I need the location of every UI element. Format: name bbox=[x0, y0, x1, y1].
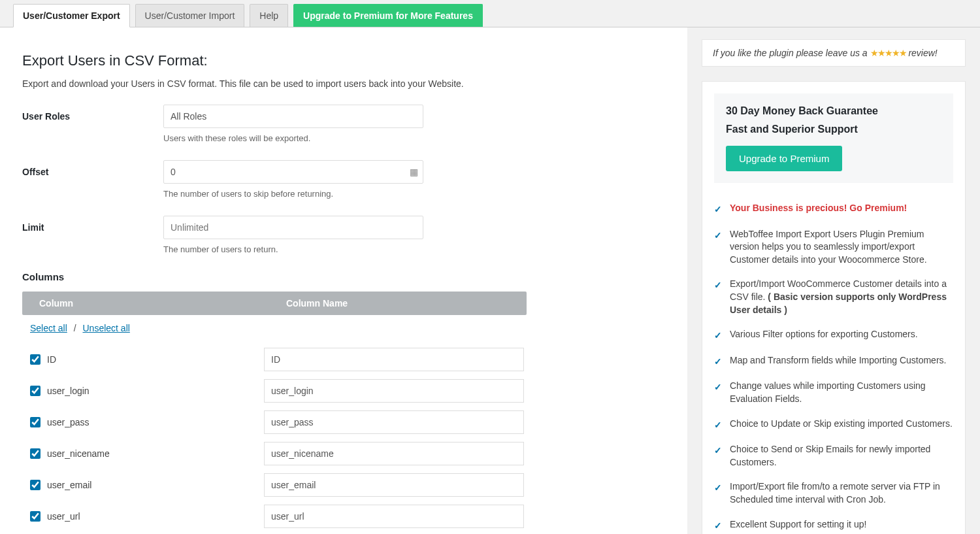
column-row: user_nicename bbox=[22, 438, 527, 469]
column-row: user_url bbox=[22, 501, 527, 532]
feature-text: Export/Import WooCommerce Customer detai… bbox=[730, 278, 953, 316]
main-content: Export Users in CSV Format: Export and d… bbox=[0, 27, 687, 534]
columns-header-column: Column bbox=[31, 298, 265, 309]
check-icon: ✓ bbox=[714, 356, 722, 369]
review-text-suffix: review! bbox=[906, 48, 938, 58]
support-text: Fast and Superior Support bbox=[726, 124, 941, 135]
check-icon: ✓ bbox=[714, 381, 722, 394]
separator: / bbox=[70, 323, 80, 333]
check-icon: ✓ bbox=[714, 520, 722, 533]
column-key: user_url bbox=[47, 511, 80, 522]
column-checkbox[interactable] bbox=[30, 354, 41, 365]
feature-item: ✓Choice to Update or Skip existing impor… bbox=[714, 412, 953, 438]
feature-text: Map and Transform fields while Importing… bbox=[730, 354, 946, 367]
tab-help[interactable]: Help bbox=[250, 4, 288, 27]
limit-label: Limit bbox=[22, 216, 163, 233]
check-icon: ✓ bbox=[714, 279, 722, 292]
feature-item: ✓Map and Transform fields while Importin… bbox=[714, 348, 953, 375]
feature-item: ✓Various Filter options for exporting Cu… bbox=[714, 322, 953, 348]
check-icon: ✓ bbox=[714, 203, 722, 216]
offset-input[interactable] bbox=[163, 160, 423, 184]
feature-text: Excellent Support for setting it up! bbox=[730, 518, 866, 531]
column-key: user_pass bbox=[47, 417, 90, 427]
column-checkbox[interactable] bbox=[30, 417, 41, 427]
column-row: user_email bbox=[22, 469, 527, 501]
column-key: user_nicename bbox=[47, 448, 110, 459]
column-name-input[interactable] bbox=[264, 505, 524, 528]
user-roles-label: User Roles bbox=[22, 105, 163, 122]
feature-text: Various Filter options for exporting Cus… bbox=[730, 328, 918, 341]
feature-item: ✓Excellent Support for setting it up! bbox=[714, 512, 953, 535]
feature-item: ✓WebToffee Import Export Users Plugin Pr… bbox=[714, 222, 953, 273]
field-user-roles: User Roles All Roles Users with these ro… bbox=[22, 105, 665, 143]
feature-text: Choice to Send or Skip Emails for newly … bbox=[730, 443, 953, 469]
tab-export[interactable]: User/Customer Export bbox=[13, 4, 130, 27]
limit-help: The number of users to return. bbox=[163, 244, 665, 254]
sidebar: If you like the plugin please leave us a… bbox=[687, 27, 980, 534]
feature-item: ✓Your Business is precious! Go Premium! bbox=[714, 196, 953, 222]
column-row: ID bbox=[22, 344, 527, 375]
field-offset: Offset ▦ The number of users to skip bef… bbox=[22, 160, 665, 199]
tab-upgrade[interactable]: Upgrade to Premium for More Features bbox=[293, 4, 483, 27]
tab-import[interactable]: User/Customer Import bbox=[135, 4, 245, 27]
column-checkbox[interactable] bbox=[30, 480, 41, 490]
column-name-input[interactable] bbox=[264, 348, 524, 371]
column-checkbox[interactable] bbox=[30, 511, 41, 522]
select-links: Select all / Unselect all bbox=[30, 323, 665, 333]
check-icon: ✓ bbox=[714, 444, 722, 458]
number-stepper-icon[interactable]: ▦ bbox=[410, 167, 418, 177]
column-row: user_pass bbox=[22, 407, 527, 438]
check-icon: ✓ bbox=[714, 329, 722, 342]
column-key: ID bbox=[47, 354, 56, 365]
user-roles-select[interactable]: All Roles bbox=[163, 105, 423, 128]
tabs-bar: User/Customer Export User/Customer Impor… bbox=[0, 0, 980, 27]
column-key: user_login bbox=[47, 386, 90, 396]
check-icon: ✓ bbox=[714, 482, 722, 495]
feature-item: ✓Change values while importing Customers… bbox=[714, 374, 953, 411]
star-icon[interactable]: ★★★★★ bbox=[870, 48, 906, 58]
feature-list: ✓Your Business is precious! Go Premium!✓… bbox=[714, 196, 953, 534]
check-icon: ✓ bbox=[714, 419, 722, 432]
unselect-all-link[interactable]: Unselect all bbox=[82, 323, 129, 333]
limit-input[interactable] bbox=[163, 216, 423, 239]
promo-inner: 30 Day Money Back Guarantee Fast and Sup… bbox=[714, 93, 953, 183]
feature-item: ✓Choice to Send or Skip Emails for newly… bbox=[714, 437, 953, 475]
promo-box: 30 Day Money Back Guarantee Fast and Sup… bbox=[702, 81, 966, 534]
select-all-link[interactable]: Select all bbox=[30, 323, 67, 333]
feature-text: Choice to Update or Skip existing import… bbox=[730, 418, 953, 431]
column-name-input[interactable] bbox=[264, 473, 524, 497]
column-checkbox[interactable] bbox=[30, 448, 41, 459]
field-limit: Limit The number of users to return. bbox=[22, 216, 665, 254]
review-box: If you like the plugin please leave us a… bbox=[702, 39, 966, 67]
feature-text: Change values while importing Customers … bbox=[730, 380, 953, 405]
guarantee-text: 30 Day Money Back Guarantee bbox=[726, 105, 941, 117]
feature-item: ✓Export/Import WooCommerce Customer deta… bbox=[714, 272, 953, 322]
column-name-input[interactable] bbox=[264, 410, 524, 434]
offset-help: The number of users to skip before retur… bbox=[163, 189, 665, 199]
feature-item: ✓Import/Export file from/to a remote ser… bbox=[714, 475, 953, 512]
columns-header: Column Column Name bbox=[22, 292, 527, 315]
columns-heading: Columns bbox=[22, 271, 665, 282]
check-icon: ✓ bbox=[714, 229, 722, 242]
review-text-prefix: If you like the plugin please leave us a bbox=[713, 48, 870, 58]
column-key: user_email bbox=[47, 480, 91, 490]
page-title: Export Users in CSV Format: bbox=[22, 52, 665, 69]
column-row: user_login bbox=[22, 375, 527, 407]
feature-text: Import/Export file from/to a remote serv… bbox=[730, 480, 953, 506]
upgrade-premium-button[interactable]: Upgrade to Premium bbox=[726, 146, 842, 171]
column-checkbox[interactable] bbox=[30, 386, 41, 396]
columns-header-name: Column Name bbox=[265, 298, 517, 309]
user-roles-help: Users with these roles will be exported. bbox=[163, 133, 665, 143]
feature-text: Your Business is precious! Go Premium! bbox=[730, 202, 907, 215]
page-description: Export and download your Users in CSV fo… bbox=[22, 78, 665, 89]
column-name-input[interactable] bbox=[264, 379, 524, 403]
column-name-input[interactable] bbox=[264, 442, 524, 465]
offset-label: Offset bbox=[22, 160, 163, 177]
feature-text: WebToffee Import Export Users Plugin Pre… bbox=[730, 228, 953, 267]
columns-list: IDuser_loginuser_passuser_nicenameuser_e… bbox=[22, 344, 665, 534]
